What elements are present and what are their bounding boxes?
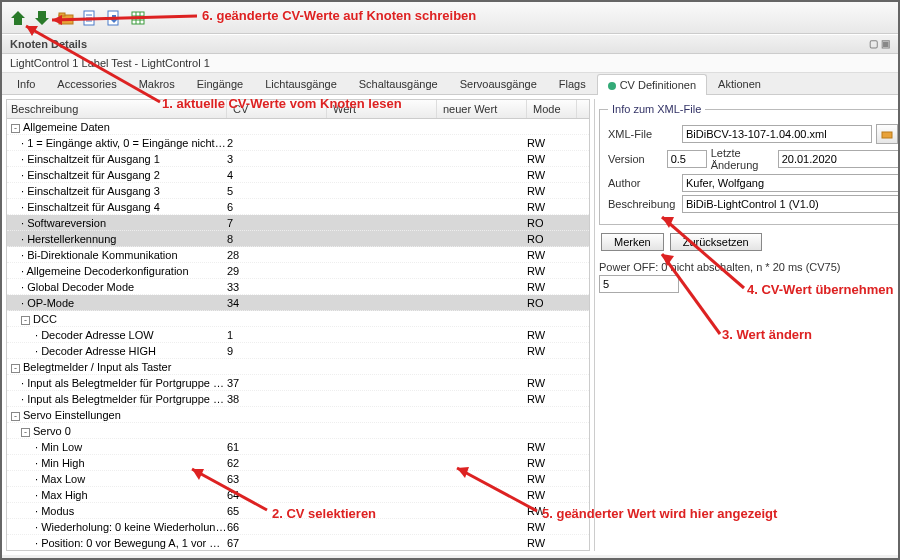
table-row[interactable]: · Herstellerkennung8RO xyxy=(7,231,589,247)
table-row[interactable]: · Einschaltzeit für Ausgang 46RW xyxy=(7,199,589,215)
table-header: Beschreibung CV Wert neuer Wert Mode xyxy=(7,100,589,119)
tree-group[interactable]: -Servo Einstellungen xyxy=(7,407,589,423)
svg-marker-1 xyxy=(35,11,49,25)
tree-toggle-icon[interactable]: - xyxy=(21,316,30,325)
panel-title-bar: Knoten Details ▢ ▣ xyxy=(2,34,898,54)
tab-servoausgänge[interactable]: Servoausgänge xyxy=(449,73,548,94)
tab-makros[interactable]: Makros xyxy=(128,73,186,94)
table-row[interactable]: · Modus65RW xyxy=(7,503,589,519)
tree-toggle-icon[interactable]: - xyxy=(11,364,20,373)
svg-rect-8 xyxy=(882,132,892,138)
table-body[interactable]: -Allgemeine Daten· 1 = Eingänge aktiv, 0… xyxy=(7,119,589,550)
table-row[interactable]: · Position: 0 vor Bewegung A, 1 vor Bewe… xyxy=(7,535,589,550)
xml-file-field[interactable] xyxy=(682,125,872,143)
col-wert[interactable]: Wert xyxy=(327,100,437,118)
table-row[interactable]: · Einschaltzeit für Ausgang 13RW xyxy=(7,151,589,167)
tree-group[interactable]: -Allgemeine Daten xyxy=(7,119,589,135)
desc-label: Beschreibung xyxy=(608,198,678,210)
reset-button[interactable]: Zurücksetzen xyxy=(670,233,762,251)
tree-toggle-icon[interactable]: - xyxy=(11,412,20,421)
col-mode[interactable]: Mode xyxy=(527,100,577,118)
file-open-icon[interactable] xyxy=(56,8,76,28)
panel-controls[interactable]: ▢ ▣ xyxy=(869,38,890,50)
read-node-icon[interactable] xyxy=(8,8,28,28)
main-toolbar xyxy=(2,2,898,34)
svg-marker-0 xyxy=(11,11,25,25)
xml-file-label: XML-File xyxy=(608,128,678,140)
svg-rect-3 xyxy=(59,13,65,16)
table-row[interactable]: · Bi-Direktionale Kommunikation28RW xyxy=(7,247,589,263)
tree-toggle-icon[interactable]: - xyxy=(11,124,20,133)
table-row[interactable]: · Input als Belegtmelder für Portgruppe … xyxy=(7,375,589,391)
tab-flags[interactable]: Flags xyxy=(548,73,597,94)
version-label: Version xyxy=(608,153,663,165)
open-xml-icon[interactable] xyxy=(876,124,898,144)
author-label: Author xyxy=(608,177,678,189)
table-row[interactable]: · Einschaltzeit für Ausgang 24RW xyxy=(7,167,589,183)
tab-bar: InfoAccessoriesMakrosEingängeLichtausgän… xyxy=(2,73,898,95)
table-row[interactable]: · Min Low61RW xyxy=(7,439,589,455)
desc-field xyxy=(682,195,900,213)
tab-schaltausgänge[interactable]: Schaltausgänge xyxy=(348,73,449,94)
change-field xyxy=(778,150,900,168)
col-desc[interactable]: Beschreibung xyxy=(7,100,227,118)
table-row[interactable]: · Max High64RW xyxy=(7,487,589,503)
panel-title: Knoten Details xyxy=(10,38,87,50)
write-node-icon[interactable] xyxy=(32,8,52,28)
tab-cv-definitionen[interactable]: CV Definitionen xyxy=(597,74,707,95)
tab-info[interactable]: Info xyxy=(6,73,46,94)
cv-table-panel: Beschreibung CV Wert neuer Wert Mode -Al… xyxy=(6,99,590,551)
table-row[interactable]: · Decoder Adresse HIGH9RW xyxy=(7,343,589,359)
cv-edit-label: Power OFF: 0 nicht abschalten, n * 20 ms… xyxy=(599,261,890,273)
breadcrumb: LightControl 1 Label Test - LightControl… xyxy=(2,54,898,73)
table-row[interactable]: · Max Low63RW xyxy=(7,471,589,487)
svg-rect-7 xyxy=(132,12,144,24)
tab-aktionen[interactable]: Aktionen xyxy=(707,73,772,94)
table-row[interactable]: · Global Decoder Mode33RW xyxy=(7,279,589,295)
col-neuer-wert[interactable]: neuer Wert xyxy=(437,100,527,118)
cv-value-input[interactable] xyxy=(599,275,679,293)
table-row[interactable]: · Softwareversion7RO xyxy=(7,215,589,231)
file-sheet-icon[interactable] xyxy=(128,8,148,28)
col-cv[interactable]: CV xyxy=(227,100,327,118)
xml-info-legend: Info zum XML-File xyxy=(608,103,705,115)
tree-group[interactable]: -DCC xyxy=(7,311,589,327)
xml-info-fieldset: Info zum XML-File XML-File Version Letzt… xyxy=(599,103,900,225)
tab-accessories[interactable]: Accessories xyxy=(46,73,127,94)
table-row[interactable]: · Einschaltzeit für Ausgang 35RW xyxy=(7,183,589,199)
tab-eingänge[interactable]: Eingänge xyxy=(186,73,255,94)
tree-group[interactable]: -Servo 0 xyxy=(7,423,589,439)
author-field xyxy=(682,174,900,192)
info-panel: Info zum XML-File XML-File Version Letzt… xyxy=(594,99,894,551)
merken-button[interactable]: Merken xyxy=(601,233,664,251)
table-row[interactable]: · Decoder Adresse LOW1RW xyxy=(7,327,589,343)
table-row[interactable]: · OP-Mode34RO xyxy=(7,295,589,311)
file-import-icon[interactable] xyxy=(104,8,124,28)
version-field xyxy=(667,150,707,168)
tree-toggle-icon[interactable]: - xyxy=(21,428,30,437)
tree-group[interactable]: -Belegtmelder / Input als Taster xyxy=(7,359,589,375)
table-row[interactable]: · Wiederholung: 0 keine Wiederholung, 1 … xyxy=(7,519,589,535)
tab-lichtausgänge[interactable]: Lichtausgänge xyxy=(254,73,348,94)
table-row[interactable]: · 1 = Eingänge aktiv, 0 = Eingänge nicht… xyxy=(7,135,589,151)
table-row[interactable]: · Allgemeine Decoderkonfiguration29RW xyxy=(7,263,589,279)
file-export-icon[interactable] xyxy=(80,8,100,28)
table-row[interactable]: · Input als Belegtmelder für Portgruppe … xyxy=(7,391,589,407)
change-label: Letzte Änderung xyxy=(711,147,774,171)
table-row[interactable]: · Min High62RW xyxy=(7,455,589,471)
